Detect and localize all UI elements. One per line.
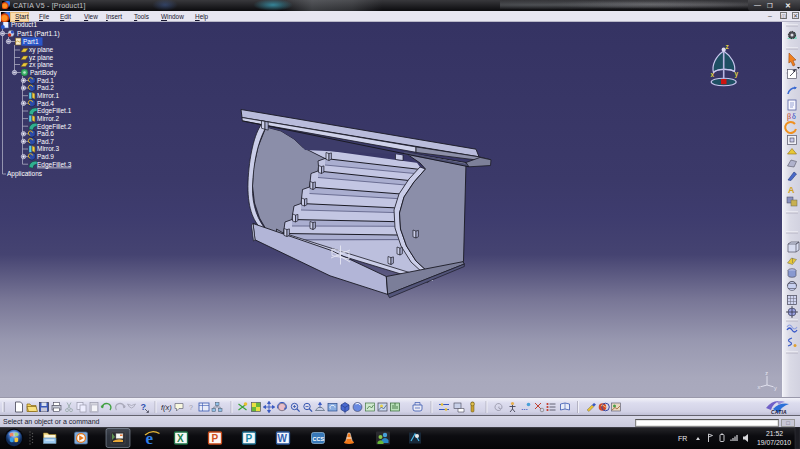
svg-text:Pad.4: Pad.4	[37, 100, 54, 107]
svg-text:x: x	[711, 71, 715, 78]
svg-text:z: z	[726, 43, 730, 50]
svg-text:y: y	[735, 70, 739, 78]
svg-text:Pad.1: Pad.1	[37, 77, 54, 84]
svg-text:Pad.2: Pad.2	[37, 84, 54, 91]
svg-text:A: A	[788, 185, 795, 195]
svg-text:21:52: 21:52	[766, 430, 783, 437]
svg-text:Mirror.3: Mirror.3	[37, 145, 59, 152]
svg-text:?: ?	[141, 402, 147, 412]
svg-text:Mirror.1: Mirror.1	[37, 92, 59, 99]
svg-text:x: x	[758, 384, 761, 390]
svg-text:Applications: Applications	[7, 170, 43, 178]
svg-text:Pad.9: Pad.9	[37, 153, 54, 160]
svg-text:y: y	[774, 385, 777, 391]
svg-text:FR: FR	[678, 435, 687, 442]
svg-text:Part1: Part1	[23, 38, 39, 45]
svg-text:f(x): f(x)	[161, 403, 172, 412]
svg-text:z: z	[765, 370, 768, 376]
svg-text:Pad.6: Pad.6	[37, 130, 54, 137]
svg-text:Mirror.2: Mirror.2	[37, 115, 59, 122]
svg-text:PartBody: PartBody	[30, 69, 57, 77]
svg-text:Part1 (Part1.1): Part1 (Part1.1)	[17, 30, 60, 38]
svg-text:P: P	[212, 433, 219, 444]
svg-text:Product1: Product1	[11, 22, 37, 28]
svg-text:β: β	[787, 112, 791, 121]
svg-text:W: W	[278, 433, 288, 444]
svg-text:EdgeFillet.3: EdgeFillet.3	[37, 161, 72, 169]
svg-text:19/07/2010: 19/07/2010	[757, 439, 791, 446]
svg-text:zx plane: zx plane	[29, 61, 54, 69]
svg-text:Pad.7: Pad.7	[37, 138, 54, 145]
svg-text:?: ?	[189, 404, 193, 411]
svg-text:CCS: CCS	[313, 436, 325, 442]
svg-text:P: P	[246, 433, 253, 444]
svg-text:CATIA: CATIA	[771, 409, 787, 415]
svg-text:X: X	[177, 433, 184, 444]
svg-text:δ: δ	[792, 112, 796, 121]
